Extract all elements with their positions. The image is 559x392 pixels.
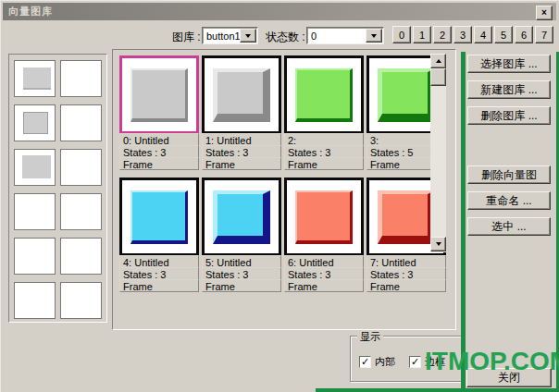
states-combobox-label: 状态数 : — [266, 30, 305, 45]
vector-thumbnail-6[interactable] — [284, 178, 364, 256]
watermark-frame-line — [461, 52, 466, 392]
scroll-down-button[interactable] — [430, 237, 446, 251]
vector-gallery-panel: 0: Untitled States : 3 Frame 1: Untitled… — [112, 49, 456, 330]
item-title: 4: Untitled — [119, 255, 199, 268]
gallery-item-2: 2: States : 3 Frame — [284, 55, 364, 170]
state-button-5[interactable]: 5 — [494, 26, 513, 43]
select-gallery-button[interactable]: 选择图库 ... — [467, 55, 551, 73]
item-states: States : 3 — [284, 145, 364, 158]
chevron-down-icon — [371, 34, 377, 38]
gallery-combobox-label: 图库 : — [172, 30, 201, 45]
vector-button-graphic — [295, 190, 353, 244]
gallery-item-1: 1: Untitled States : 3 Frame — [202, 55, 281, 170]
interior-checkbox[interactable]: ✓ — [359, 356, 371, 368]
item-title: 1: Untitled — [202, 133, 281, 146]
item-title: 2: — [284, 133, 364, 146]
vector-button-graphic — [378, 68, 435, 122]
vector-thumbnail-1[interactable] — [202, 55, 281, 134]
gallery-item-5: 5: Untitled States : 3 Frame — [202, 178, 281, 292]
item-states: States : 3 — [119, 145, 199, 158]
watermark-text: ITMOP.COM — [425, 347, 559, 376]
vector-button-graphic — [378, 190, 435, 244]
preview-cell[interactable] — [60, 282, 102, 319]
item-frame: Frame — [119, 157, 199, 170]
vector-button-graphic — [295, 68, 353, 122]
state-button-7[interactable]: 7 — [535, 26, 553, 43]
item-frame: Frame — [202, 157, 281, 170]
state-preview-panel — [8, 54, 107, 323]
pick-button[interactable]: 选中 ... — [467, 217, 551, 236]
gallery-combobox[interactable]: button1 — [202, 27, 258, 44]
arrow-up-icon — [436, 59, 441, 63]
preview-cell[interactable] — [60, 238, 102, 275]
preview-cell[interactable] — [60, 104, 102, 141]
item-frame: Frame — [284, 279, 364, 292]
state-button-1[interactable]: 1 — [413, 26, 431, 43]
gallery-item-4: 4: Untitled States : 3 Frame — [119, 178, 199, 292]
vector-thumbnail-2[interactable] — [284, 55, 364, 134]
vector-button-graphic — [130, 68, 188, 122]
vector-thumbnail-4[interactable] — [119, 178, 199, 256]
state-button-4[interactable]: 4 — [474, 26, 492, 43]
states-combobox[interactable]: 0 — [306, 27, 384, 44]
vector-button-graphic — [130, 190, 188, 244]
preview-cell[interactable] — [14, 193, 56, 230]
gallery-combobox-dropdown-button[interactable] — [240, 29, 256, 43]
preview-thumbnail — [23, 112, 48, 134]
item-states: States : 3 — [366, 267, 446, 280]
rename-button[interactable]: 重命名 ... — [467, 191, 551, 210]
close-icon: × — [541, 8, 547, 18]
preview-cell[interactable] — [14, 282, 56, 319]
states-combobox-dropdown-button[interactable] — [366, 29, 382, 43]
scrollbar-thumb[interactable] — [430, 68, 446, 86]
new-gallery-button[interactable]: 新建图库 ... — [467, 80, 551, 99]
vector-thumbnail-5[interactable] — [202, 178, 281, 256]
state-button-2[interactable]: 2 — [433, 26, 452, 43]
item-frame: Frame — [119, 279, 199, 292]
item-frame: Frame — [366, 279, 446, 292]
item-frame: Frame — [284, 157, 364, 170]
window-title: 向量图库 — [3, 5, 53, 18]
state-button-3[interactable]: 3 — [453, 26, 472, 43]
chevron-down-icon — [245, 34, 251, 38]
item-title: 0: Untitled — [119, 133, 199, 146]
vector-gallery-dialog: 向量图库 × 图库 : button1 状态数 : 0 0 1 2 3 4 5 … — [0, 0, 559, 392]
border-checkbox[interactable]: ✓ — [409, 356, 421, 368]
gallery-item-6: 6: Untitled States : 3 Frame — [284, 178, 364, 292]
preview-cell[interactable] — [14, 60, 56, 97]
preview-thumbnail — [23, 67, 51, 90]
vector-button-graphic — [213, 190, 270, 244]
state-button-0[interactable]: 0 — [392, 26, 411, 43]
preview-cell[interactable] — [60, 60, 102, 97]
close-window-button[interactable]: × — [536, 6, 553, 20]
display-group-title: 显示 — [357, 330, 383, 344]
checkmark-icon: ✓ — [411, 357, 419, 367]
vector-thumbnail-0[interactable] — [119, 55, 199, 134]
preview-cell[interactable] — [14, 149, 56, 186]
preview-cell[interactable] — [14, 104, 56, 141]
vector-button-graphic — [213, 68, 270, 122]
item-states: States : 3 — [202, 267, 281, 280]
item-title: 5: Untitled — [202, 255, 281, 268]
arrow-down-icon — [436, 242, 441, 246]
delete-gallery-button[interactable]: 删除图库 ... — [467, 106, 551, 125]
preview-cell[interactable] — [60, 149, 102, 186]
preview-cell[interactable] — [14, 238, 56, 275]
delete-vector-button[interactable]: 删除向量图 — [467, 165, 551, 184]
interior-checkbox-label: 内部 — [375, 355, 395, 369]
gallery-item-0: 0: Untitled States : 3 Frame — [119, 55, 199, 170]
item-frame: Frame — [202, 279, 281, 292]
title-bar[interactable]: 向量图库 × — [3, 3, 556, 20]
state-number-buttons: 0 1 2 3 4 5 6 7 — [392, 26, 553, 43]
item-title: 7: Untitled — [366, 255, 446, 268]
checkmark-icon: ✓ — [361, 357, 369, 367]
item-title: 6: Untitled — [284, 255, 364, 268]
preview-cell[interactable] — [60, 193, 102, 230]
scroll-up-button[interactable] — [430, 54, 446, 68]
state-button-6[interactable]: 6 — [515, 26, 533, 43]
gallery-scrollbar[interactable] — [430, 54, 446, 252]
item-states: States : 3 — [202, 145, 281, 158]
item-states: States : 3 — [119, 267, 199, 280]
item-states: States : 3 — [284, 267, 364, 280]
interior-checkbox-row: ✓ 内部 — [359, 355, 395, 369]
